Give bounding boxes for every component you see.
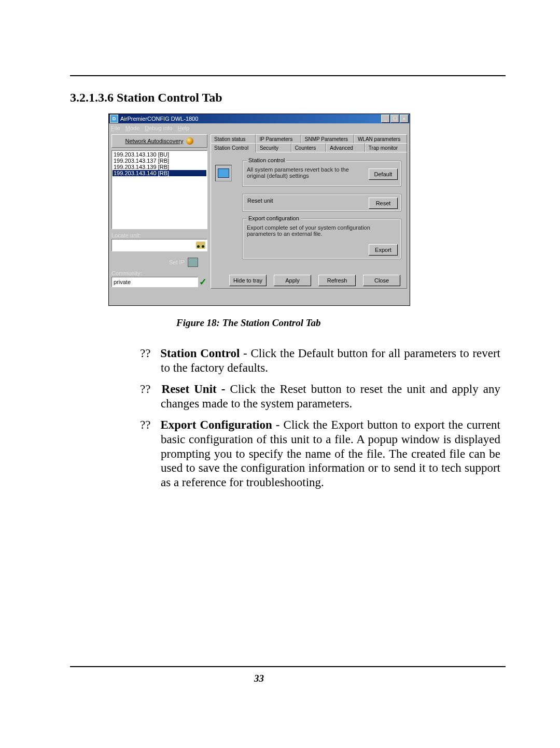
window-title: AirPremierCONFIG DWL-1800 xyxy=(120,116,381,122)
hide-to-tray-button[interactable]: Hide to tray xyxy=(229,275,267,286)
tab-station-control[interactable]: Station Control xyxy=(211,143,256,152)
group-legend: Export configuration xyxy=(247,215,301,221)
bottom-rule xyxy=(70,666,506,667)
title-bar: D AirPremierCONFIG DWL-1800 _ ☐ × xyxy=(109,114,410,123)
menu-bar: File Mode Debug info Help xyxy=(109,123,410,132)
bullet-marker: ?? xyxy=(140,418,150,431)
tab-icon xyxy=(215,165,232,181)
group-station-control: Station control All system parameters re… xyxy=(242,161,401,187)
community-label: Community: xyxy=(111,270,207,276)
close-button-bottom[interactable]: Close xyxy=(363,275,400,286)
tab-counters[interactable]: Counters xyxy=(291,143,327,152)
group-text: Export complete set of your system confi… xyxy=(243,219,381,240)
top-rule xyxy=(70,75,506,76)
bullet-marker: ?? xyxy=(140,383,150,396)
app-window: D AirPremierCONFIG DWL-1800 _ ☐ × File M… xyxy=(108,114,410,306)
bottom-button-row: Hide to tray Apply Refresh Close xyxy=(229,275,400,286)
tab-ip-parameters[interactable]: IP Parameters xyxy=(256,134,301,143)
menu-mode[interactable]: Mode xyxy=(125,125,140,131)
bullet-item-export-config: ?? Export Configuration - Click the Expo… xyxy=(161,418,500,489)
group-reset-unit: Reset unit Reset xyxy=(242,194,401,211)
tab-wlan-parameters[interactable]: WLAN parameters xyxy=(354,134,407,143)
locate-unit-label: Locate unit: xyxy=(111,232,207,238)
tab-content: Station control All system parameters re… xyxy=(211,152,407,289)
tab-advanced[interactable]: Advanced xyxy=(326,143,365,152)
network-autodiscovery-button[interactable]: Network Autodiscovery xyxy=(111,134,207,148)
ip-item-selected[interactable]: 199.203.143.140 [RB] xyxy=(113,170,206,176)
menu-file[interactable]: File xyxy=(111,125,120,131)
tab-row-2: Station Control Security Counters Advanc… xyxy=(211,143,407,152)
ip-item[interactable]: 199.203.143.137 [RB] xyxy=(113,158,206,164)
maximize-button[interactable]: ☐ xyxy=(390,115,399,123)
bullet-list: ?? Station Control - Click the Default b… xyxy=(119,346,500,497)
na-label: Network Autodiscovery xyxy=(125,138,184,144)
community-apply-icon[interactable]: ✓ xyxy=(198,277,207,287)
setip-label: Set IP xyxy=(169,259,185,265)
page-number: 33 xyxy=(254,673,264,684)
set-ip-button[interactable]: Set IP xyxy=(111,257,207,268)
group-legend: Reset unit xyxy=(246,197,275,204)
default-button[interactable]: Default xyxy=(369,168,398,180)
tab-snmp-parameters[interactable]: SNMP Parameters xyxy=(301,134,354,143)
setip-icon xyxy=(188,258,198,267)
bullet-marker: ?? xyxy=(140,347,150,360)
tab-station-status[interactable]: Station status xyxy=(211,134,256,143)
group-text: All system parameters revert back to the… xyxy=(243,161,360,182)
bullet-bold: Export Configuration xyxy=(160,418,272,431)
bullet-bold: Reset Unit - xyxy=(162,383,230,396)
figure-caption: Figure 18: The Station Control Tab xyxy=(176,317,321,329)
section-heading: 3.2.1.3.6 Station Control Tab xyxy=(70,91,222,105)
ip-list[interactable]: 199.203.143.130 [BU] 199.203.143.137 [RB… xyxy=(111,150,207,229)
ip-item[interactable]: 199.203.143.130 [BU] xyxy=(113,151,206,158)
menu-help[interactable]: Help xyxy=(178,125,190,131)
tab-security[interactable]: Security xyxy=(256,143,291,152)
export-button[interactable]: Export xyxy=(369,244,398,256)
bullet-bold: Station Control xyxy=(160,347,240,360)
bullet-item-station-control: ?? Station Control - Click the Default b… xyxy=(161,346,500,375)
group-legend: Station control xyxy=(247,157,286,163)
left-panel: Network Autodiscovery 199.203.143.130 [B… xyxy=(111,134,207,287)
menu-debuginfo[interactable]: Debug info xyxy=(145,125,172,131)
app-icon: D xyxy=(110,115,118,123)
ip-item[interactable]: 199.203.143.139 [RB] xyxy=(113,164,206,170)
locate-unit-input[interactable] xyxy=(111,239,207,251)
refresh-button[interactable]: Refresh xyxy=(318,275,356,286)
apply-button[interactable]: Apply xyxy=(274,275,311,286)
binoculars-icon[interactable] xyxy=(196,242,205,249)
minimize-button[interactable]: _ xyxy=(381,115,390,123)
globe-icon xyxy=(186,137,193,145)
tab-row-1: Station status IP Parameters SNMP Parame… xyxy=(211,134,407,143)
community-input[interactable]: private xyxy=(111,277,198,287)
right-panel: Station status IP Parameters SNMP Parame… xyxy=(211,134,407,303)
group-export-config: Export configuration Export complete set… xyxy=(242,219,401,259)
monitor-icon xyxy=(218,168,229,178)
reset-button[interactable]: Reset xyxy=(369,197,398,209)
close-button[interactable]: × xyxy=(400,115,409,123)
bullet-item-reset-unit: ?? Reset Unit - Click the Reset button t… xyxy=(161,382,500,411)
tab-trap-monitor[interactable]: Trap monitor xyxy=(365,143,407,152)
